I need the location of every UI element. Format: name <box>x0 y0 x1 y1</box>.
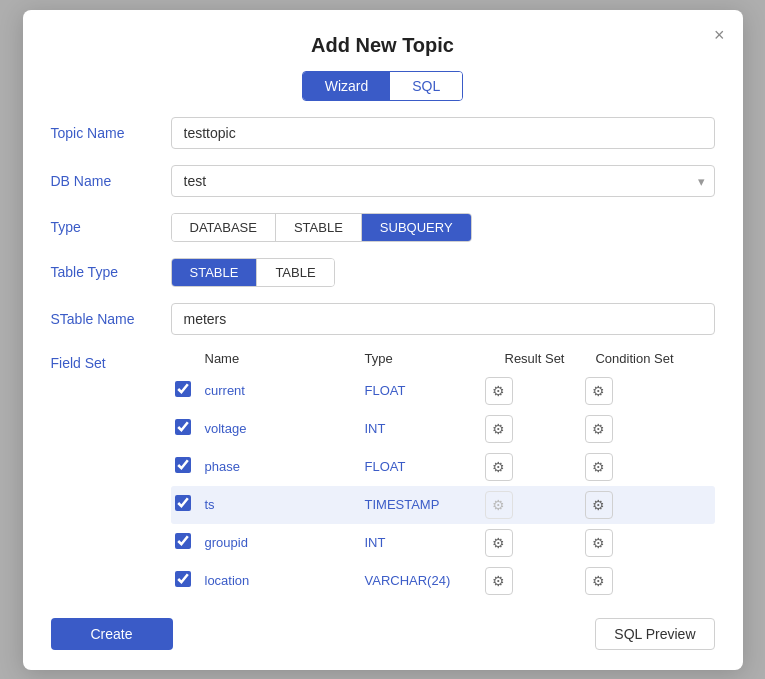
field-set-label: Field Set <box>51 351 171 371</box>
type-stable-btn[interactable]: STABLE <box>275 214 361 241</box>
table-type-stable-btn[interactable]: STABLE <box>172 259 257 286</box>
field-type-location: VARCHAR(24) <box>365 573 485 588</box>
db-name-row: DB Name test ▾ <box>51 165 715 197</box>
field-row: phase FLOAT ⚙ ⚙ <box>171 448 715 486</box>
field-checkbox-phase[interactable] <box>175 457 191 473</box>
type-btn-group: DATABASE STABLE SUBQUERY <box>171 213 472 242</box>
db-name-select-wrapper: test ▾ <box>171 165 715 197</box>
tab-sql[interactable]: SQL <box>390 72 462 100</box>
col-checkbox-header <box>175 351 205 366</box>
condition-gear-btn-location[interactable]: ⚙ <box>585 567 613 595</box>
field-name-current: current <box>205 383 365 398</box>
field-checkbox-current[interactable] <box>175 381 191 397</box>
field-type-current: FLOAT <box>365 383 485 398</box>
db-name-label: DB Name <box>51 173 171 189</box>
field-name-phase: phase <box>205 459 365 474</box>
field-row-ts: ts TIMESTAMP ⚙ ⚙ <box>171 486 715 524</box>
modal-header: Add New Topic Wizard SQL <box>51 34 715 101</box>
col-condition-header: Condition Set <box>585 351 685 366</box>
table-type-table-btn[interactable]: TABLE <box>256 259 333 286</box>
type-label: Type <box>51 219 171 235</box>
field-checkbox-groupid[interactable] <box>175 533 191 549</box>
field-table: Name Type Result Set Condition Set curre… <box>171 351 715 600</box>
result-gear-location: ⚙ <box>485 567 585 595</box>
table-type-btn-group: STABLE TABLE <box>171 258 335 287</box>
type-database-btn[interactable]: DATABASE <box>172 214 275 241</box>
stable-name-label: STable Name <box>51 311 171 327</box>
condition-gear-location: ⚙ <box>585 567 685 595</box>
topic-name-label: Topic Name <box>51 125 171 141</box>
result-gear-btn-groupid[interactable]: ⚙ <box>485 529 513 557</box>
close-button[interactable]: × <box>714 26 725 44</box>
db-name-select[interactable]: test <box>171 165 715 197</box>
stable-name-row: STable Name <box>51 303 715 335</box>
condition-gear-voltage: ⚙ <box>585 415 685 443</box>
field-name-ts: ts <box>205 497 365 512</box>
col-type-header: Type <box>365 351 485 366</box>
condition-gear-btn-phase[interactable]: ⚙ <box>585 453 613 481</box>
create-button[interactable]: Create <box>51 618 173 650</box>
field-type-groupid: INT <box>365 535 485 550</box>
field-row: groupid INT ⚙ ⚙ <box>171 524 715 562</box>
field-name-groupid: groupid <box>205 535 365 550</box>
field-row: current FLOAT ⚙ ⚙ <box>171 372 715 410</box>
stable-name-input[interactable] <box>171 303 715 335</box>
add-topic-modal: × Add New Topic Wizard SQL Topic Name DB… <box>23 10 743 670</box>
condition-gear-ts: ⚙ <box>585 491 685 519</box>
table-type-label: Table Type <box>51 264 171 280</box>
result-gear-voltage: ⚙ <box>485 415 585 443</box>
col-name-header: Name <box>205 351 365 366</box>
result-gear-btn-current[interactable]: ⚙ <box>485 377 513 405</box>
field-checkbox-location[interactable] <box>175 571 191 587</box>
tab-group: Wizard SQL <box>302 71 464 101</box>
footer-row: Create SQL Preview <box>51 618 715 650</box>
condition-gear-btn-current[interactable]: ⚙ <box>585 377 613 405</box>
type-row: Type DATABASE STABLE SUBQUERY <box>51 213 715 242</box>
field-checkbox-ts[interactable] <box>175 495 191 511</box>
field-name-voltage: voltage <box>205 421 365 436</box>
condition-gear-btn-voltage[interactable]: ⚙ <box>585 415 613 443</box>
field-checkbox-voltage[interactable] <box>175 419 191 435</box>
result-gear-btn-voltage[interactable]: ⚙ <box>485 415 513 443</box>
field-type-voltage: INT <box>365 421 485 436</box>
condition-gear-phase: ⚙ <box>585 453 685 481</box>
result-gear-btn-location[interactable]: ⚙ <box>485 567 513 595</box>
type-subquery-btn[interactable]: SUBQUERY <box>361 214 471 241</box>
field-name-location: location <box>205 573 365 588</box>
field-set-section: Field Set Name Type Result Set Condition… <box>51 351 715 600</box>
col-result-header: Result Set <box>485 351 585 366</box>
modal-title: Add New Topic <box>51 34 715 57</box>
field-row: location VARCHAR(24) ⚙ ⚙ <box>171 562 715 600</box>
result-gear-btn-ts: ⚙ <box>485 491 513 519</box>
result-gear-groupid: ⚙ <box>485 529 585 557</box>
topic-name-input[interactable] <box>171 117 715 149</box>
result-gear-phase: ⚙ <box>485 453 585 481</box>
condition-gear-btn-groupid[interactable]: ⚙ <box>585 529 613 557</box>
topic-name-row: Topic Name <box>51 117 715 149</box>
field-type-phase: FLOAT <box>365 459 485 474</box>
condition-gear-current: ⚙ <box>585 377 685 405</box>
field-table-header: Name Type Result Set Condition Set <box>171 351 715 372</box>
sql-preview-button[interactable]: SQL Preview <box>595 618 714 650</box>
result-gear-ts: ⚙ <box>485 491 585 519</box>
table-type-row: Table Type STABLE TABLE <box>51 258 715 287</box>
tab-wizard[interactable]: Wizard <box>303 72 391 100</box>
field-row: voltage INT ⚙ ⚙ <box>171 410 715 448</box>
condition-gear-groupid: ⚙ <box>585 529 685 557</box>
condition-gear-btn-ts[interactable]: ⚙ <box>585 491 613 519</box>
field-type-ts: TIMESTAMP <box>365 497 485 512</box>
result-gear-btn-phase[interactable]: ⚙ <box>485 453 513 481</box>
result-gear-current: ⚙ <box>485 377 585 405</box>
